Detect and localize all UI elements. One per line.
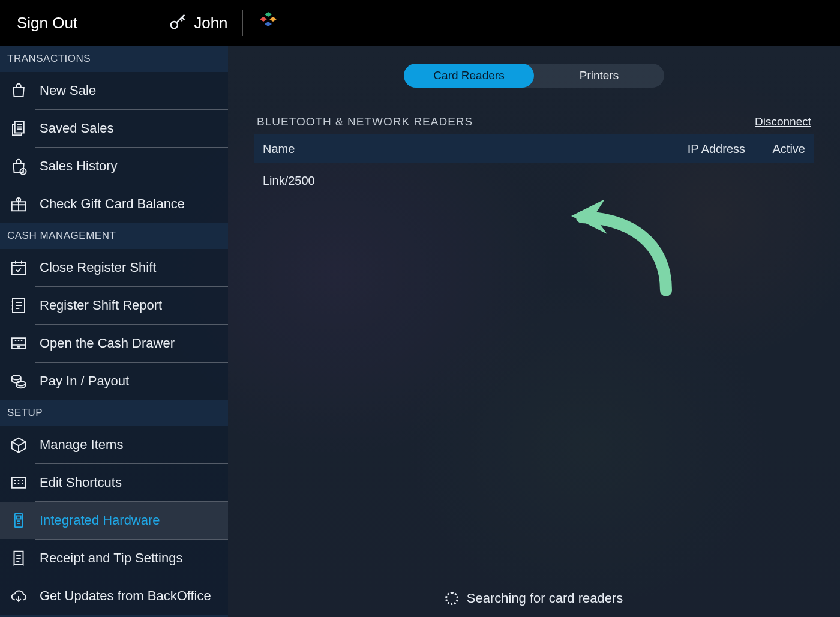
status-text: Searching for card readers bbox=[467, 591, 623, 606]
app-header: Sign Out John bbox=[0, 0, 840, 46]
sidebar-item-label: Get Updates from BackOffice bbox=[40, 588, 223, 604]
sidebar-item-receipt-tip[interactable]: Receipt and Tip Settings bbox=[0, 540, 228, 577]
sidebar-item-label: Close Register Shift bbox=[40, 260, 223, 275]
svg-point-8 bbox=[12, 375, 21, 380]
calendar-check-icon bbox=[8, 257, 29, 278]
svg-point-9 bbox=[16, 381, 25, 386]
sidebar-item-label: Manage Items bbox=[40, 437, 223, 453]
receipt-icon bbox=[8, 548, 29, 568]
col-active: Active bbox=[757, 142, 805, 156]
sidebar-item-gift-card[interactable]: Check Gift Card Balance bbox=[0, 185, 228, 223]
svg-rect-6 bbox=[12, 338, 26, 345]
sidebar-item-shift-report[interactable]: Register Shift Report bbox=[0, 287, 228, 324]
sidebar-item-label: Sales History bbox=[40, 158, 223, 174]
sidebar-item-label: Receipt and Tip Settings bbox=[40, 550, 223, 566]
sidebar-item-manage-items[interactable]: Manage Items bbox=[0, 426, 228, 463]
sidebar-item-label: New Sale bbox=[40, 83, 223, 98]
sidebar-item-integrated-hardware[interactable]: Integrated Hardware bbox=[0, 502, 228, 539]
svg-rect-10 bbox=[12, 477, 26, 488]
svg-rect-12 bbox=[16, 516, 21, 519]
svg-rect-4 bbox=[12, 262, 26, 274]
sidebar-item-label: Check Gift Card Balance bbox=[40, 196, 223, 212]
sidebar-item-sales-history[interactable]: Sales History bbox=[0, 148, 228, 185]
box-icon bbox=[8, 435, 29, 455]
stacked-docs-icon bbox=[8, 118, 29, 139]
username-label: John bbox=[194, 14, 227, 32]
tab-card-readers[interactable]: Card Readers bbox=[404, 64, 534, 88]
reader-name: Link/2500 bbox=[263, 174, 661, 188]
disconnect-link[interactable]: Disconnect bbox=[755, 115, 811, 128]
sidebar-item-saved-sales[interactable]: Saved Sales bbox=[0, 110, 228, 147]
card-reader-icon bbox=[8, 510, 29, 531]
keypad-icon bbox=[8, 472, 29, 493]
annotation-arrow-icon bbox=[564, 200, 690, 299]
sidebar-item-close-shift[interactable]: Close Register Shift bbox=[0, 249, 228, 286]
status-bar: Searching for card readers bbox=[228, 591, 840, 606]
sidebar-item-label: Saved Sales bbox=[40, 121, 223, 136]
main-panel: Card Readers Printers BLUETOOTH & NETWOR… bbox=[228, 46, 840, 617]
sidebar-item-label: Register Shift Report bbox=[40, 298, 223, 313]
sidebar-item-label: Open the Cash Drawer bbox=[40, 336, 223, 351]
sidebar-group-setup: SETUP bbox=[0, 400, 228, 426]
spinner-icon bbox=[445, 592, 458, 605]
app-logo-icon bbox=[257, 11, 279, 35]
sidebar-group-support: SUPPORT bbox=[0, 615, 228, 617]
key-icon bbox=[167, 11, 188, 34]
sidebar-item-pay-in-out[interactable]: Pay In / Payout bbox=[0, 363, 228, 400]
tab-bar: Card Readers Printers bbox=[228, 64, 840, 88]
cash-drawer-icon bbox=[8, 333, 29, 354]
col-name: Name bbox=[263, 142, 661, 156]
table-header: Name IP Address Active bbox=[254, 134, 814, 163]
bag-icon bbox=[8, 80, 29, 101]
sidebar-item-edit-shortcuts[interactable]: Edit Shortcuts bbox=[0, 464, 228, 501]
sidebar-item-label: Edit Shortcuts bbox=[40, 475, 223, 490]
reader-row[interactable]: Link/2500 bbox=[254, 163, 814, 199]
header-divider bbox=[242, 10, 243, 36]
sidebar-item-label: Integrated Hardware bbox=[40, 513, 223, 528]
sign-out-link[interactable]: Sign Out bbox=[17, 14, 77, 32]
svg-point-0 bbox=[171, 22, 178, 28]
coins-icon bbox=[8, 371, 29, 391]
sidebar-item-get-updates[interactable]: Get Updates from BackOffice bbox=[0, 577, 228, 615]
bag-clock-icon bbox=[8, 156, 29, 176]
sidebar-group-transactions: TRANSACTIONS bbox=[0, 46, 228, 72]
section-title: BLUETOOTH & NETWORK READERS bbox=[257, 115, 473, 128]
tab-printers[interactable]: Printers bbox=[534, 64, 664, 88]
sidebar: TRANSACTIONS New Sale Saved Sales Sales … bbox=[0, 46, 228, 617]
sidebar-group-cash: CASH MANAGEMENT bbox=[0, 223, 228, 249]
report-icon bbox=[8, 295, 29, 316]
sidebar-item-label: Pay In / Payout bbox=[40, 373, 223, 389]
user-block: John bbox=[167, 11, 227, 34]
cloud-down-icon bbox=[8, 586, 29, 606]
sidebar-item-new-sale[interactable]: New Sale bbox=[0, 72, 228, 109]
sidebar-item-open-drawer[interactable]: Open the Cash Drawer bbox=[0, 325, 228, 362]
col-ip: IP Address bbox=[661, 142, 757, 156]
gift-icon bbox=[8, 194, 29, 214]
